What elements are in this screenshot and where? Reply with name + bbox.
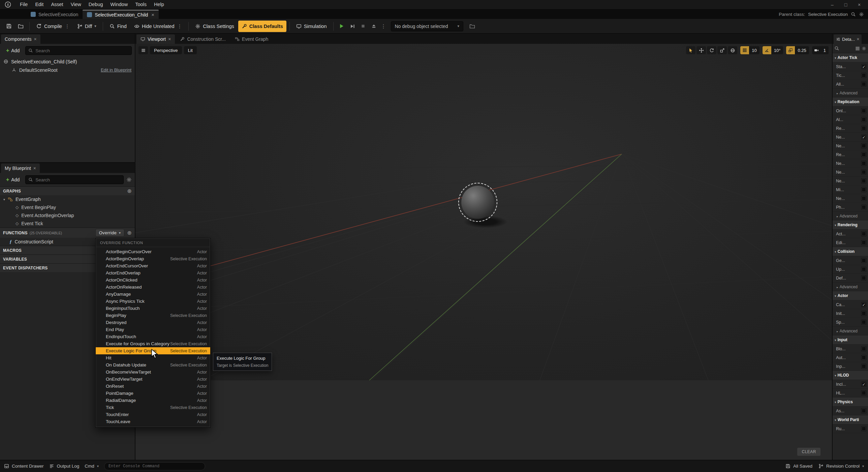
override-menu-item[interactable]: TouchLeave Actor	[96, 418, 210, 425]
perspective-button[interactable]: Perspective	[150, 46, 182, 54]
details-item[interactable]: World Parti	[833, 415, 868, 424]
details-item[interactable]: Input	[833, 335, 868, 345]
scale-mode-button[interactable]	[717, 46, 727, 54]
frame-skip-button[interactable]	[347, 21, 358, 31]
rotate-mode-button[interactable]	[707, 46, 716, 54]
diff-button[interactable]: Diff	[74, 21, 100, 32]
override-menu-item[interactable]: PointDamage Actor	[96, 390, 210, 397]
tab-selectiveexecution[interactable]: SelectiveExecution	[26, 10, 83, 19]
hide-unrelated-options-icon[interactable]	[177, 24, 182, 29]
details-item[interactable]: Al...	[833, 115, 868, 124]
details-item[interactable]: Advanced	[833, 283, 868, 291]
menu-item[interactable]: Tools	[131, 0, 150, 9]
clear-button[interactable]: CLEAR	[797, 448, 820, 456]
translate-mode-button[interactable]	[696, 46, 706, 54]
details-item[interactable]: Edi...	[833, 238, 868, 247]
display-filter-icon[interactable]	[855, 46, 860, 51]
details-item[interactable]: Blo...	[833, 345, 868, 353]
override-menu-item[interactable]: TouchEnter Actor	[96, 411, 210, 418]
tab-construction-script[interactable]: Construction Scr...	[176, 34, 229, 44]
output-log-button[interactable]: Output Log	[49, 464, 80, 469]
menu-item[interactable]: File	[16, 0, 31, 9]
add-new-button[interactable]: Add	[3, 175, 23, 184]
save-button[interactable]	[3, 21, 14, 32]
property-checkbox[interactable]	[861, 187, 866, 192]
camera-speed-button[interactable]	[812, 46, 821, 54]
menu-item[interactable]: Window	[107, 0, 132, 9]
details-item[interactable]: Collision	[833, 247, 868, 256]
menu-item[interactable]: View	[67, 0, 85, 9]
details-item[interactable]: Incl...	[833, 380, 868, 389]
gear-icon[interactable]	[862, 46, 866, 51]
property-checkbox[interactable]	[861, 231, 866, 236]
property-checkbox[interactable]	[861, 355, 866, 360]
details-item[interactable]: Ru...	[833, 424, 868, 433]
details-item[interactable]: Re...	[833, 150, 868, 159]
property-checkbox[interactable]	[861, 152, 866, 157]
property-checkbox[interactable]	[861, 390, 866, 395]
rotation-snap-value[interactable]: 10°	[771, 46, 783, 54]
grid-snap-value[interactable]: 10	[749, 46, 759, 54]
menu-item[interactable]: Asset	[47, 0, 67, 9]
search-icon[interactable]	[834, 46, 839, 51]
property-checkbox[interactable]	[861, 275, 866, 281]
compile-options-icon[interactable]	[65, 24, 70, 29]
event-row-tick[interactable]: Event Tick	[0, 219, 135, 228]
class-settings-button[interactable]: Class Settings	[192, 21, 238, 32]
property-checkbox[interactable]	[861, 196, 866, 201]
property-checkbox[interactable]	[861, 408, 866, 413]
content-drawer-button[interactable]: Content Drawer	[4, 464, 44, 469]
sphere-actor[interactable]	[461, 186, 494, 219]
details-item[interactable]: Init...	[833, 309, 868, 318]
property-checkbox[interactable]	[861, 382, 866, 387]
eject-button[interactable]	[369, 21, 379, 31]
details-item[interactable]: Inp...	[833, 362, 868, 371]
details-item[interactable]: Ne...	[833, 168, 868, 177]
search-icon[interactable]	[851, 12, 856, 17]
graph-row-eventgraph[interactable]: EventGraph	[0, 195, 135, 203]
details-item[interactable]: Mi...	[833, 185, 868, 194]
override-menu-item[interactable]: OnEndViewTarget Actor	[96, 376, 210, 383]
scale-snap-toggle[interactable]	[786, 46, 795, 54]
graphs-section-header[interactable]: GRAPHS	[0, 186, 135, 195]
details-item[interactable]: As...	[833, 407, 868, 415]
property-checkbox[interactable]	[861, 170, 866, 175]
menu-item[interactable]: Help	[150, 0, 168, 9]
components-search-input[interactable]	[35, 48, 129, 53]
close-icon[interactable]	[33, 166, 36, 171]
compile-button[interactable]: Compile	[33, 21, 73, 32]
override-menu-item[interactable]: ActorOnReleased Actor	[96, 284, 210, 291]
details-item[interactable]: Actor Tick	[833, 53, 868, 62]
close-icon[interactable]: ×	[852, 0, 866, 9]
property-checkbox[interactable]	[861, 117, 866, 122]
override-menu-item[interactable]: ActorBeginOverlap Selective Execution	[96, 255, 210, 262]
override-menu-item[interactable]: On Datahub Update Selective Execution	[96, 361, 210, 368]
override-menu-item[interactable]: OnReset Actor	[96, 383, 210, 390]
details-item[interactable]: Re...	[833, 124, 868, 133]
property-checkbox[interactable]	[861, 302, 866, 307]
tab-event-graph[interactable]: Event Graph	[231, 34, 273, 44]
override-menu-item[interactable]: End Play Actor	[96, 326, 210, 333]
play-button[interactable]	[337, 21, 347, 31]
details-item[interactable]: Act...	[833, 230, 868, 238]
property-checkbox[interactable]	[861, 311, 866, 316]
class-defaults-button[interactable]: Class Defaults	[238, 21, 286, 32]
details-item[interactable]: Ne...	[833, 194, 868, 203]
details-item[interactable]: Up...	[833, 265, 868, 274]
console-command-input[interactable]	[108, 464, 201, 469]
override-menu-item[interactable]: Execute for Groups in Category Selective…	[96, 340, 210, 347]
property-checkbox[interactable]	[861, 240, 866, 245]
property-checkbox[interactable]	[861, 320, 866, 325]
simulation-button[interactable]: Simulation	[293, 21, 330, 32]
my-blueprint-search-input[interactable]	[35, 177, 121, 182]
rotation-snap-toggle[interactable]	[763, 46, 771, 54]
unreal-logo-icon[interactable]	[3, 1, 13, 8]
debug-object-select[interactable]: No debug object selected	[391, 21, 464, 31]
gear-icon[interactable]	[859, 12, 864, 17]
property-checkbox[interactable]	[861, 426, 866, 431]
tab-details[interactable]: Deta...	[834, 34, 862, 44]
property-checkbox[interactable]	[861, 205, 866, 210]
details-item[interactable]: Tic...	[833, 71, 868, 80]
event-row-beginplay[interactable]: Event BeginPlay	[0, 203, 135, 211]
tab-viewport[interactable]: Viewport	[136, 34, 175, 44]
